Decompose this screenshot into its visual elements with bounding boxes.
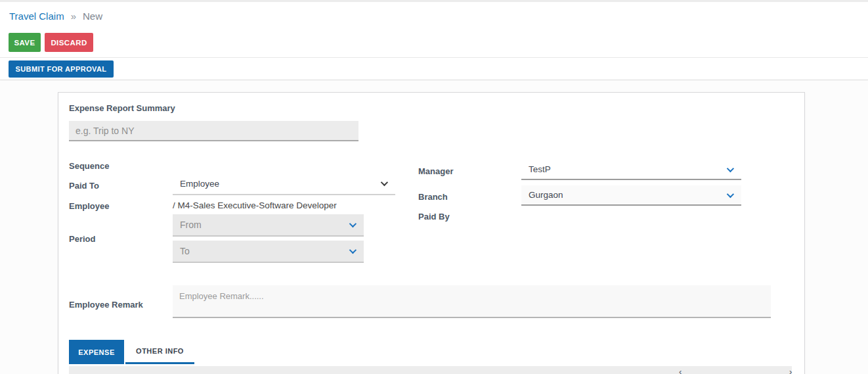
paid-to-label: Paid To bbox=[69, 181, 99, 191]
form-card: Expense Report Summary Sequence Paid To … bbox=[58, 92, 805, 374]
paid-to-value: Employee bbox=[180, 179, 219, 189]
breadcrumb-separator-icon: » bbox=[71, 11, 76, 22]
chevron-down-icon bbox=[727, 164, 734, 172]
tab-other-info[interactable]: OTHER INFO bbox=[125, 340, 194, 364]
submit-for-approval-button[interactable]: SUBMIT FOR APPROVAL bbox=[9, 60, 114, 78]
summary-input[interactable] bbox=[69, 121, 358, 141]
breadcrumb: Travel Claim » New bbox=[9, 11, 102, 22]
grid-header: ‹ › bbox=[69, 366, 792, 374]
paid-to-select[interactable]: Employee bbox=[173, 173, 395, 195]
employee-remark-label: Employee Remark bbox=[69, 300, 143, 310]
manager-value: TestP bbox=[529, 164, 551, 174]
breadcrumb-current: New bbox=[83, 11, 102, 22]
period-from-placeholder: From bbox=[180, 220, 202, 230]
tab-expense[interactable]: EXPENSE bbox=[69, 340, 124, 364]
breadcrumb-parent-link[interactable]: Travel Claim bbox=[9, 11, 64, 22]
period-label: Period bbox=[69, 234, 95, 244]
branch-value: Gurgaon bbox=[529, 190, 563, 200]
period-to-placeholder: To bbox=[180, 246, 190, 256]
chevron-down-icon bbox=[349, 246, 357, 254]
employee-value: / M4-Sales Executive-Software Developer bbox=[173, 200, 337, 210]
summary-label: Expense Report Summary bbox=[69, 103, 175, 113]
sequence-label: Sequence bbox=[69, 161, 109, 171]
top-border bbox=[0, 0, 868, 2]
workflow-bar: DRAFT SUBMITTED APPROVED POSTED PAID bbox=[0, 58, 868, 80]
manager-label: Manager bbox=[418, 166, 453, 176]
paid-by-label: Paid By bbox=[418, 212, 450, 222]
grid-scroll-left-icon[interactable]: ‹ bbox=[679, 367, 682, 374]
chevron-down-icon bbox=[727, 190, 734, 197]
period-to-select[interactable]: To bbox=[173, 241, 364, 263]
chevron-down-icon bbox=[381, 179, 388, 186]
manager-select[interactable]: TestP bbox=[521, 160, 741, 180]
branch-select[interactable]: Gurgaon bbox=[521, 185, 741, 206]
save-button[interactable]: SAVE bbox=[9, 33, 41, 52]
main-area: Expense Report Summary Sequence Paid To … bbox=[0, 81, 868, 374]
chevron-down-icon bbox=[349, 220, 357, 227]
grid-scroll-right-icon[interactable]: › bbox=[789, 367, 792, 374]
employee-remark-textarea[interactable] bbox=[173, 285, 771, 318]
branch-label: Branch bbox=[418, 192, 448, 202]
employee-label: Employee bbox=[69, 201, 109, 211]
discard-button[interactable]: DISCARD bbox=[45, 33, 93, 52]
period-from-select[interactable]: From bbox=[173, 214, 364, 237]
